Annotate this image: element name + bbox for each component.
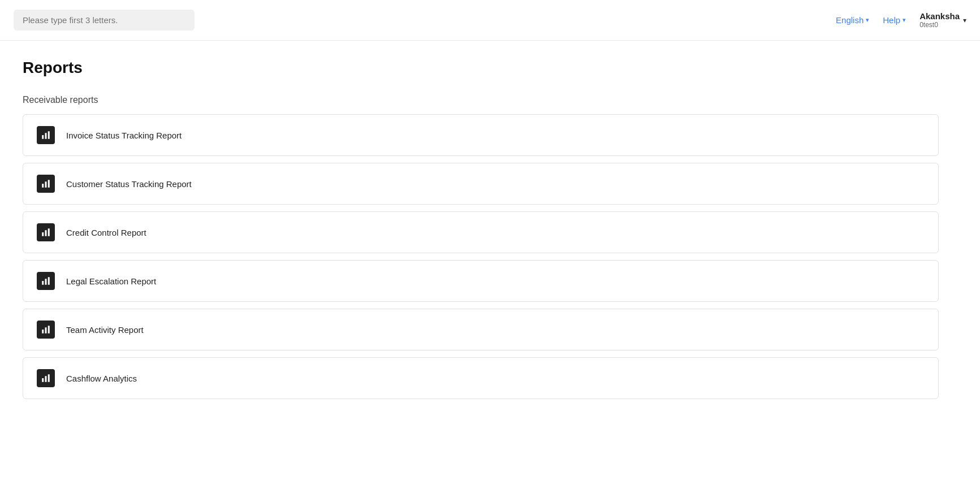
user-info: Akanksha 0test0 <box>919 11 960 29</box>
svg-rect-2 <box>48 131 50 139</box>
report-label: Team Activity Report <box>66 325 144 335</box>
search-input[interactable] <box>14 10 195 31</box>
chart-icon <box>37 223 55 241</box>
svg-rect-13 <box>45 327 47 334</box>
help-chevron-icon: ▾ <box>903 16 906 24</box>
page-title: Reports <box>23 59 939 77</box>
report-label: Legal Escalation Report <box>66 276 156 286</box>
section-title: Receivable reports <box>23 95 939 105</box>
report-label: Customer Status Tracking Report <box>66 179 192 189</box>
svg-rect-16 <box>45 376 47 382</box>
svg-rect-7 <box>45 230 47 236</box>
user-name: Akanksha <box>919 11 960 21</box>
user-menu[interactable]: Akanksha 0test0 ▾ <box>919 11 966 29</box>
help-link[interactable]: Help ▾ <box>883 15 906 25</box>
svg-rect-10 <box>45 279 47 285</box>
report-item-team-activity[interactable]: Team Activity Report <box>23 309 939 350</box>
svg-rect-14 <box>48 326 50 334</box>
language-selector[interactable]: English ▾ <box>836 15 869 25</box>
report-item-credit-control[interactable]: Credit Control Report <box>23 211 939 253</box>
svg-rect-8 <box>48 228 50 236</box>
user-chevron-icon: ▾ <box>963 16 966 24</box>
svg-rect-9 <box>42 281 44 285</box>
language-label: English <box>836 15 864 25</box>
report-label: Credit Control Report <box>66 228 146 237</box>
report-item-legal-escalation[interactable]: Legal Escalation Report <box>23 260 939 302</box>
report-item-invoice-status[interactable]: Invoice Status Tracking Report <box>23 114 939 156</box>
language-chevron-icon: ▾ <box>866 16 869 24</box>
chart-icon <box>37 321 55 339</box>
svg-rect-0 <box>42 135 44 139</box>
chart-icon <box>37 126 55 144</box>
main-content: Reports Receivable reports Invoice Statu… <box>0 41 961 424</box>
nav-right: English ▾ Help ▾ Akanksha 0test0 ▾ <box>836 11 966 29</box>
help-label: Help <box>883 15 900 25</box>
report-list: Invoice Status Tracking Report Customer … <box>23 114 939 406</box>
user-sub: 0test0 <box>919 21 938 29</box>
svg-rect-4 <box>45 181 47 188</box>
svg-rect-15 <box>42 378 44 382</box>
report-label: Cashflow Analytics <box>66 374 137 383</box>
top-nav: English ▾ Help ▾ Akanksha 0test0 ▾ <box>0 0 980 41</box>
report-label: Invoice Status Tracking Report <box>66 131 182 140</box>
svg-rect-17 <box>48 374 50 382</box>
svg-rect-1 <box>45 133 47 139</box>
svg-rect-12 <box>42 330 44 334</box>
report-item-customer-status[interactable]: Customer Status Tracking Report <box>23 163 939 205</box>
report-item-cashflow-analytics[interactable]: Cashflow Analytics <box>23 357 939 399</box>
chart-icon <box>37 272 55 290</box>
chart-icon <box>37 175 55 193</box>
svg-rect-3 <box>42 184 44 188</box>
svg-rect-11 <box>48 277 50 285</box>
chart-icon <box>37 369 55 387</box>
svg-rect-5 <box>48 180 50 188</box>
svg-rect-6 <box>42 232 44 236</box>
